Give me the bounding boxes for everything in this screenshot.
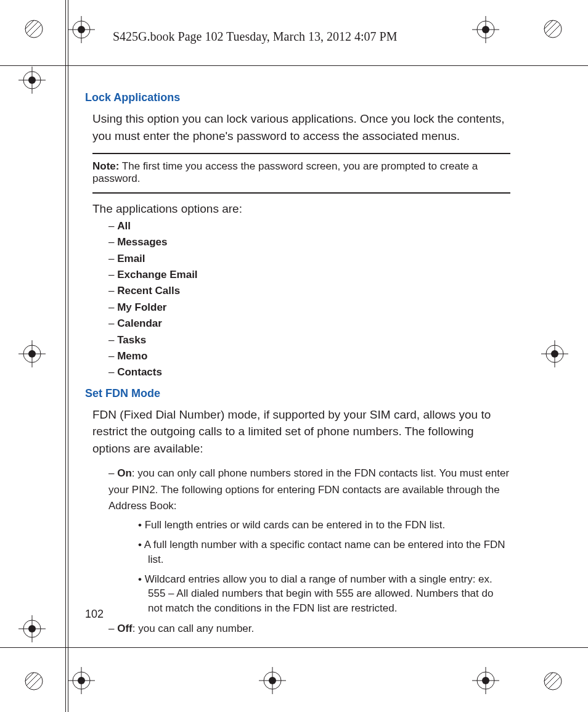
svg-line-6	[549, 25, 560, 36]
reg-target-leftcol-bot	[18, 615, 46, 642]
svg-line-10	[30, 677, 41, 689]
reg-target-leftcol-top	[18, 67, 46, 94]
svg-point-4	[544, 20, 561, 38]
list-item: Contacts	[108, 364, 510, 380]
svg-point-12	[544, 673, 561, 690]
list-item: All	[108, 218, 510, 234]
crop-corner-bl	[25, 672, 43, 690]
vguide-1	[65, 0, 66, 712]
fdn-paragraph: FDN (Fixed Dial Number) mode, if support…	[92, 406, 510, 457]
heading-set-fdn-mode: Set FDN Mode	[85, 387, 510, 400]
crop-line-top	[0, 65, 588, 66]
note-block: Note: The first time you access the pass…	[92, 153, 510, 194]
fdn-option-on: On: you can only call phone numbers stor…	[108, 465, 510, 616]
svg-line-14	[549, 677, 560, 689]
page-number: 102	[85, 608, 104, 621]
option-calendar: Calendar	[117, 317, 162, 329]
fdn-on-label: On	[117, 467, 132, 479]
reg-target-left-mid	[18, 340, 46, 367]
svg-line-5	[545, 22, 557, 33]
option-tasks: Tasks	[117, 334, 146, 346]
page-content: Lock Applications Using this option you …	[85, 91, 510, 643]
reg-target-bottom-1	[68, 667, 95, 694]
running-header: S425G.book Page 102 Tuesday, March 13, 2…	[113, 30, 398, 44]
list-item: Email	[108, 251, 510, 267]
fdn-on-bullets: Full length entries or wild cards can be…	[138, 518, 510, 616]
svg-line-2	[30, 25, 41, 36]
crop-corner-tr	[544, 20, 562, 38]
list-item: My Folder	[108, 300, 510, 316]
list-item: Memo	[108, 348, 510, 364]
crop-corner-br	[544, 672, 562, 690]
list-item: Calendar	[108, 316, 510, 332]
svg-point-0	[25, 20, 43, 38]
option-all: All	[117, 220, 131, 232]
option-contacts: Contacts	[117, 366, 162, 378]
fdn-options-list: On: you can only call phone numbers stor…	[108, 465, 510, 637]
fdn-off-label: Off	[117, 623, 133, 634]
app-options-list: All Messages Email Exchange Email Recent…	[108, 218, 510, 380]
reg-target-right-mid	[541, 340, 568, 367]
svg-line-13	[545, 674, 557, 685]
vguide-2	[68, 0, 68, 712]
lock-apps-paragraph: Using this option you can lock various a…	[92, 110, 510, 144]
reg-target-top-right-edge	[472, 16, 499, 43]
fdn-on-text: : you can only call phone numbers stored…	[108, 467, 509, 512]
crop-corner-tl	[25, 20, 43, 38]
option-exchange-email: Exchange Email	[117, 269, 197, 280]
fdn-off-text: : you can call any number.	[133, 623, 255, 634]
list-item: Full length entries or wild cards can be…	[138, 518, 510, 533]
note-label: Note:	[92, 160, 119, 172]
reg-target-top	[68, 16, 95, 43]
reg-target-bottom-2	[259, 667, 286, 694]
reg-target-bottom-3	[472, 667, 499, 694]
fdn-option-off: Off: you can call any number.	[108, 621, 510, 637]
note-text: The first time you access the password s…	[92, 160, 478, 184]
list-item: Wildcard entries allow you to dial a ran…	[138, 572, 510, 616]
option-email: Email	[117, 253, 145, 264]
list-item: Exchange Email	[108, 267, 510, 283]
option-recent-calls: Recent Calls	[117, 285, 180, 297]
option-memo: Memo	[117, 350, 147, 362]
options-intro: The applications options are:	[92, 202, 510, 216]
list-item: Messages	[108, 234, 510, 250]
svg-point-8	[25, 673, 43, 690]
list-item: Recent Calls	[108, 283, 510, 299]
svg-line-1	[27, 22, 38, 33]
option-messages: Messages	[117, 236, 167, 248]
list-item: A full length number with a specific con…	[138, 538, 510, 567]
svg-line-9	[27, 674, 38, 685]
heading-lock-applications: Lock Applications	[85, 91, 510, 104]
option-my-folder: My Folder	[117, 301, 166, 313]
list-item: Tasks	[108, 332, 510, 348]
crop-line-bottom	[0, 647, 588, 648]
